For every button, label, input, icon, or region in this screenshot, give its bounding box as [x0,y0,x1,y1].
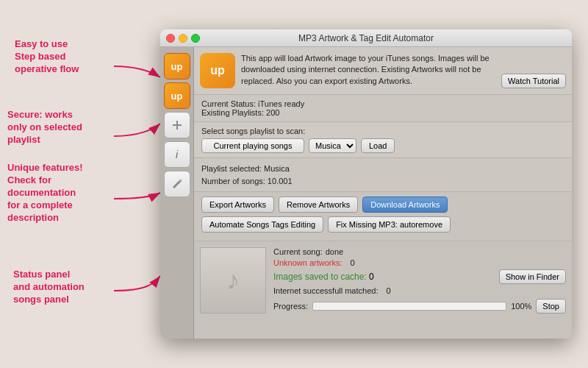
internet-value: 0 [387,286,391,295]
app-icon: up [200,53,235,88]
main-window: MP3 Artwork & Tag Edit Automator up up i [160,29,572,339]
progress-percent: 100% [511,302,531,311]
playlist-info: Playlist selected: Musica Number of song… [194,158,572,192]
status-info: Current song: done Unknown artworks: 0 I… [273,247,566,333]
progress-label: Progress: [273,302,308,311]
show-in-finder-button[interactable]: Show in Finder [499,269,566,284]
sidebar-icon-up1[interactable]: up [164,53,190,79]
bottom-panel: ♪ Current song: done Unknown artworks: 0… [194,241,572,339]
unknown-artworks-row: Unknown artworks: 0 [273,258,566,267]
load-button[interactable]: Load [361,138,395,153]
titlebar: MP3 Artwork & Tag Edit Automator [160,29,572,47]
automate-tags-button[interactable]: Automate Songs Tags Editing [201,216,323,233]
main-panel: up This app will load Artwork image to y… [194,47,572,339]
images-saved-value: 0 [369,272,374,282]
remove-artworks-button[interactable]: Remove Artworks [279,197,358,213]
current-playing-dropdown[interactable]: Current playing songs [201,138,304,153]
export-artworks-button[interactable]: Export Artworks [201,197,274,213]
playlist-section: Select songs playlist to scan: Current p… [194,122,572,158]
download-artworks-button[interactable]: Download Artworks [362,197,448,213]
minimize-button[interactable] [179,34,187,43]
music-note-icon: ♪ [226,265,240,296]
playlist-select[interactable]: Musica [309,138,356,153]
close-button[interactable] [166,34,175,43]
num-songs: Number of songs: 10.001 [201,175,564,188]
internet-matched-row: Internet successfull matched: 0 [273,286,566,295]
sidebar: up up i [160,47,194,339]
playlist-selected: Playlist selected: Musica [201,163,564,175]
unknown-artworks-value: 0 [351,258,355,267]
annotation-status: Status paneland automationsongs panel [13,269,85,306]
sidebar-icon-edit[interactable] [164,171,190,197]
status-section: Current Status: iTunes ready Existing Pl… [194,95,572,122]
sidebar-icon-add[interactable] [164,112,190,138]
status-line2: Existing Playlists: 200 [201,108,564,117]
unknown-artworks-label: Unknown artworks: [273,258,343,267]
annotation-step-based: Easy to useStep basedoperative flow [15,38,79,76]
watch-tutorial-button[interactable]: Watch Tutorial [501,74,566,88]
action-section: Export Artworks Remove Artworks Download… [194,192,572,241]
internet-label: Internet successfull matched: [273,286,378,295]
sidebar-icon-info[interactable]: i [164,141,190,168]
window-title: MP3 Artwork & Tag Edit Automator [298,33,434,43]
playlist-label: Select songs playlist to scan: [201,127,564,135]
annotation-secure: Secure: worksonly on selectedplaylist [7,109,82,146]
current-song-value: done [326,247,343,256]
progress-row: Progress: 100% Stop [273,299,566,314]
progress-bar [312,302,506,311]
annotation-unique: Unique features!Check fordocumentationfo… [7,162,83,224]
album-art-placeholder: ♪ [200,247,266,314]
svg-text:i: i [176,149,179,160]
traffic-lights [166,34,200,43]
playlist-controls: Current playing songs Musica Load [201,138,564,153]
svg-rect-2 [173,124,182,126]
current-song-row: Current song: done [273,247,566,256]
info-text: This app will load Artwork image to your… [241,53,495,87]
sidebar-icon-up2[interactable]: up [164,82,190,109]
current-song-label: Current song: [273,247,323,256]
maximize-button[interactable] [191,34,200,43]
fix-mp3-button[interactable]: Fix Missing MP3: autoremove [328,216,451,233]
action-row-2: Automate Songs Tags Editing Fix Missing … [201,216,564,233]
images-saved-row: Images saved to cache: 0 Show in Finder [273,269,566,284]
status-line1: Current Status: iTunes ready [201,99,564,108]
info-section: up This app will load Artwork image to y… [194,47,572,95]
action-row-1: Export Artworks Remove Artworks Download… [201,197,564,213]
stop-button[interactable]: Stop [536,299,566,314]
images-saved-label: Images saved to cache: [273,272,367,282]
